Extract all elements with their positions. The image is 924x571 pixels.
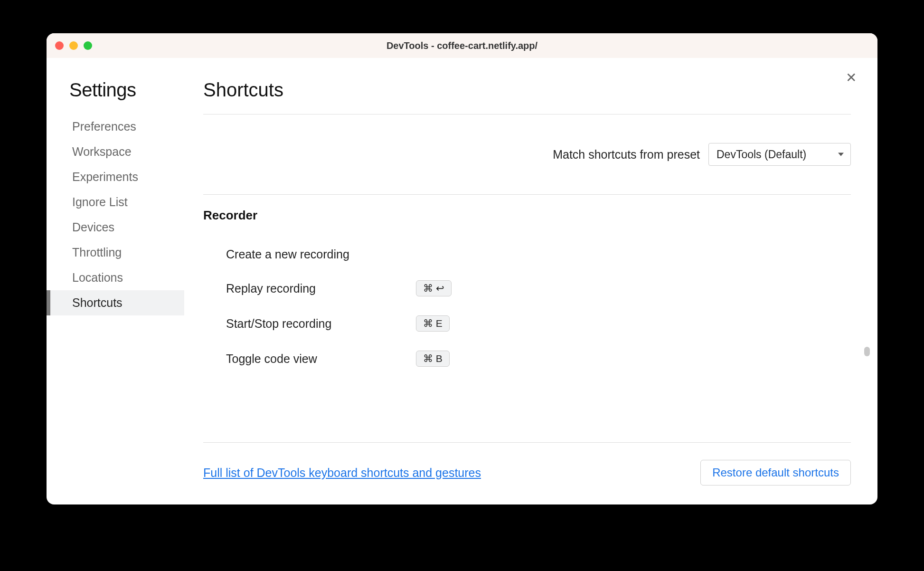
window-title: DevTools - coffee-cart.netlify.app/	[55, 40, 869, 51]
restore-defaults-button[interactable]: Restore default shortcuts	[700, 460, 851, 485]
sidebar-item-shortcuts[interactable]: Shortcuts	[47, 290, 184, 315]
shortcut-label: Toggle code view	[226, 352, 416, 366]
shortcut-label: Create a new recording	[226, 247, 416, 261]
shortcut-row-start-stop[interactable]: Start/Stop recording ⌘ E	[203, 306, 851, 341]
preset-select[interactable]: DevTools (Default)	[708, 143, 851, 166]
main-header: Shortcuts	[203, 79, 851, 114]
sidebar-title: Settings	[69, 79, 184, 101]
shortcut-label: Replay recording	[226, 282, 416, 295]
sidebar-item-workspace[interactable]: Workspace	[69, 139, 184, 164]
traffic-lights	[55, 41, 92, 50]
shortcut-label: Start/Stop recording	[226, 317, 416, 331]
close-icon[interactable]: ✕	[846, 71, 857, 85]
kbd: ⌘ ↩	[416, 280, 452, 296]
devtools-window: DevTools - coffee-cart.netlify.app/ ✕ Se…	[47, 33, 877, 504]
shortcut-keys: ⌘ E	[416, 315, 450, 332]
sidebar: Settings Preferences Workspace Experimen…	[47, 79, 184, 485]
kbd: ⌘ E	[416, 315, 450, 332]
sidebar-item-experiments[interactable]: Experiments	[69, 164, 184, 190]
shortcut-row-replay[interactable]: Replay recording ⌘ ↩	[203, 271, 851, 306]
sidebar-item-throttling[interactable]: Throttling	[69, 240, 184, 265]
preset-label: Match shortcuts from preset	[553, 148, 700, 162]
content: ✕ Settings Preferences Workspace Experim…	[47, 58, 877, 504]
shortcuts-section: Recorder Create a new recording Replay r…	[203, 195, 851, 443]
full-list-link[interactable]: Full list of DevTools keyboard shortcuts…	[203, 466, 481, 480]
page-title: Shortcuts	[203, 79, 283, 101]
footer: Full list of DevTools keyboard shortcuts…	[203, 443, 851, 485]
main-panel: Shortcuts Match shortcuts from preset De…	[184, 79, 877, 485]
sidebar-item-ignore-list[interactable]: Ignore List	[69, 190, 184, 215]
chevron-down-icon	[838, 153, 844, 156]
preset-row: Match shortcuts from preset DevTools (De…	[203, 114, 851, 195]
shortcut-keys: ⌘ ↩	[416, 280, 452, 296]
sidebar-item-devices[interactable]: Devices	[69, 215, 184, 240]
window-maximize-icon[interactable]	[84, 41, 92, 50]
shortcut-row-create-recording[interactable]: Create a new recording	[203, 238, 851, 271]
preset-value: DevTools (Default)	[717, 148, 806, 161]
sidebar-item-preferences[interactable]: Preferences	[69, 114, 184, 139]
shortcut-keys: ⌘ B	[416, 351, 450, 367]
section-title: Recorder	[203, 208, 851, 223]
shortcut-row-toggle-code[interactable]: Toggle code view ⌘ B	[203, 341, 851, 376]
titlebar: DevTools - coffee-cart.netlify.app/	[47, 33, 877, 58]
window-minimize-icon[interactable]	[69, 41, 78, 50]
window-close-icon[interactable]	[55, 41, 64, 50]
scrollbar-thumb[interactable]	[864, 347, 870, 356]
sidebar-item-locations[interactable]: Locations	[69, 265, 184, 290]
kbd: ⌘ B	[416, 351, 450, 367]
